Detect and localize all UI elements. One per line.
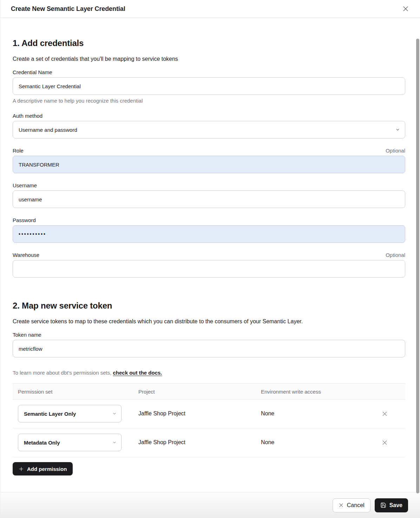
password-label: Password bbox=[13, 217, 36, 223]
env-write-access-cell: None bbox=[256, 439, 364, 446]
warehouse-label: Warehouse bbox=[13, 252, 39, 258]
section2-heading: 2. Map new service token bbox=[13, 301, 405, 311]
column-header-project: Project bbox=[133, 389, 256, 395]
credential-name-label: Credential Name bbox=[13, 69, 52, 75]
section-add-credentials: 1. Add credentials Create a set of crede… bbox=[13, 38, 405, 278]
docs-note-text: To learn more about dbt's permission set… bbox=[13, 370, 113, 376]
role-group: Role Optional bbox=[13, 148, 405, 173]
column-header-permission-set: Permission set bbox=[13, 389, 133, 395]
password-group: Password bbox=[13, 217, 405, 243]
cancel-label: Cancel bbox=[347, 502, 365, 509]
section2-description: Create service tokens to map to these cr… bbox=[13, 318, 405, 325]
close-button[interactable] bbox=[400, 4, 411, 14]
permission-set-select[interactable]: Metadata Only bbox=[18, 434, 122, 451]
modal-footer: Cancel Save bbox=[0, 492, 420, 518]
table-row: Semantic Layer Only Jaffle Shop Project … bbox=[13, 400, 405, 428]
x-icon bbox=[381, 410, 388, 417]
permission-set-value: Metadata Only bbox=[24, 440, 60, 446]
project-cell: Jaffle Shop Project bbox=[133, 410, 256, 417]
modal-header: Create New Semantic Layer Credential bbox=[0, 0, 420, 18]
credential-name-group: Credential Name A descriptive name to he… bbox=[13, 69, 405, 104]
username-group: Username bbox=[13, 182, 405, 208]
token-name-input[interactable] bbox=[13, 340, 405, 357]
add-permission-button[interactable]: Add permission bbox=[13, 462, 73, 475]
role-optional-tag: Optional bbox=[386, 148, 405, 154]
permission-set-select[interactable]: Semantic Layer Only bbox=[18, 405, 122, 422]
permission-set-value: Semantic Layer Only bbox=[24, 411, 76, 417]
env-write-access-cell: None bbox=[256, 410, 364, 417]
remove-permission-button[interactable] bbox=[380, 409, 389, 419]
x-icon bbox=[381, 439, 388, 446]
section1-heading: 1. Add credentials bbox=[13, 38, 405, 48]
username-label: Username bbox=[13, 182, 37, 188]
auth-method-group: Auth method Username and password bbox=[13, 113, 405, 138]
save-button[interactable]: Save bbox=[375, 498, 408, 512]
modal-body: 1. Add credentials Create a set of crede… bbox=[0, 18, 420, 475]
role-input[interactable] bbox=[13, 156, 405, 173]
username-input[interactable] bbox=[13, 190, 405, 208]
add-permission-label: Add permission bbox=[27, 466, 67, 472]
chevron-down-icon bbox=[395, 128, 400, 132]
section-map-service-token: 2. Map new service token Create service … bbox=[13, 301, 405, 475]
password-input[interactable] bbox=[13, 225, 405, 243]
cancel-button[interactable]: Cancel bbox=[333, 498, 370, 512]
auth-method-value: Username and password bbox=[19, 127, 77, 133]
chevron-down-icon bbox=[112, 440, 117, 445]
auth-method-select[interactable]: Username and password bbox=[13, 121, 405, 138]
chevron-down-icon bbox=[112, 412, 117, 416]
section1-description: Create a set of credentials that you'll … bbox=[13, 56, 405, 62]
credential-name-helper: A descriptive name to help you recognize… bbox=[13, 98, 405, 104]
credential-name-input[interactable] bbox=[13, 77, 405, 95]
token-name-group: Token name bbox=[13, 332, 405, 357]
table-row: Metadata Only Jaffle Shop Project None bbox=[13, 428, 405, 457]
warehouse-optional-tag: Optional bbox=[386, 252, 405, 258]
x-icon bbox=[339, 503, 344, 508]
create-credential-modal: Create New Semantic Layer Credential 1. … bbox=[0, 0, 420, 518]
warehouse-input[interactable] bbox=[13, 260, 405, 278]
floppy-disk-icon bbox=[380, 502, 386, 508]
close-icon bbox=[402, 5, 409, 13]
column-header-env-write-access: Environment write access bbox=[256, 389, 364, 395]
remove-permission-button[interactable] bbox=[380, 438, 389, 447]
plus-icon bbox=[19, 466, 24, 472]
scrollbar[interactable] bbox=[416, 39, 419, 493]
token-name-label: Token name bbox=[13, 332, 41, 338]
warehouse-group: Warehouse Optional bbox=[13, 252, 405, 278]
permissions-table-header: Permission set Project Environment write… bbox=[13, 383, 405, 400]
docs-link[interactable]: check out the docs. bbox=[113, 370, 162, 376]
docs-note: To learn more about dbt's permission set… bbox=[13, 370, 405, 376]
project-cell: Jaffle Shop Project bbox=[133, 439, 256, 446]
role-label: Role bbox=[13, 148, 24, 154]
modal-title: Create New Semantic Layer Credential bbox=[11, 5, 125, 13]
permissions-table: Permission set Project Environment write… bbox=[13, 383, 405, 457]
save-label: Save bbox=[389, 502, 402, 509]
auth-method-label: Auth method bbox=[13, 113, 42, 119]
